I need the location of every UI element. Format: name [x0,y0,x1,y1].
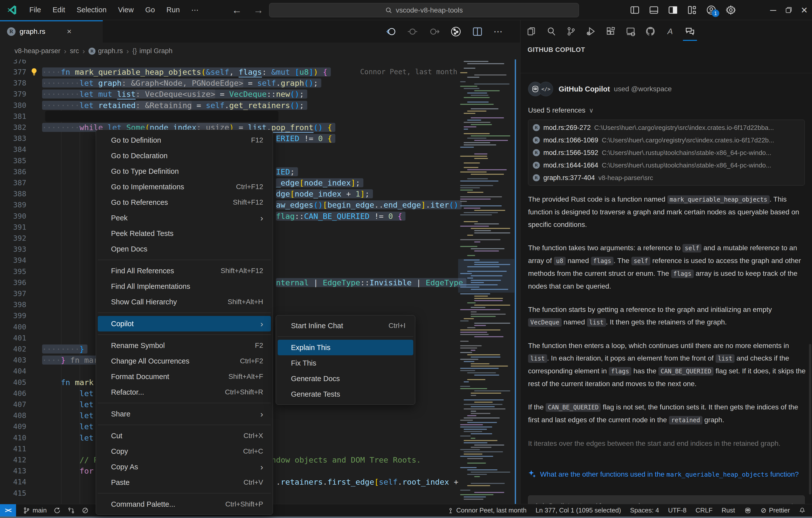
menu-item-explain-this[interactable]: Explain This [278,340,413,355]
code-line-381[interactable]: 381 [0,111,520,122]
next-change-icon[interactable] [429,26,439,37]
menubar-item-file[interactable]: File [24,3,47,17]
menubar-item-[interactable]: ⋯ [185,3,204,17]
nav-forward-arrow[interactable]: → [253,4,263,16]
menu-item-generate-tests[interactable]: Generate Tests [278,386,413,402]
code-line-376[interactable]: 376 [0,59,520,67]
status-prettier[interactable]: ⊘Prettier [761,506,790,515]
extensions-icon[interactable] [606,26,616,36]
tab-close-icon[interactable]: × [67,27,72,36]
menu-item-go-to-definition[interactable]: Go to DefinitionF12 [98,132,271,148]
status-connor-peet-last-month[interactable]: Connor Peet, last month [447,507,526,514]
tab-graph-rs[interactable]: R graph.rs × [0,20,103,43]
breadcrumb-item-v8-heap-parser[interactable]: v8-heap-parser [14,47,60,55]
explorer-icon[interactable] [526,26,536,36]
menu-item-go-to-references[interactable]: Go to ReferencesShift+F12 [98,195,271,210]
menu-item-go-to-declaration[interactable]: Go to Declaration [98,148,271,163]
breadcrumb-item-impl-graph[interactable]: {}impl Graph [132,47,172,55]
code-line-377[interactable]: 377····fn mark_queriable_heap_objects(&s… [0,66,520,78]
minimize-button[interactable]: ─ [765,0,781,20]
prev-change-icon[interactable] [407,26,418,37]
remote-explorer-icon[interactable] [626,26,636,36]
menu-item-find-all-implementations[interactable]: Find All Implementations [98,278,271,294]
menu-item-cut[interactable]: CutCtrl+X [98,428,271,443]
toggle-panel-icon[interactable] [649,5,659,15]
code-line-379[interactable]: 379········let mut list: VecDeque<usize>… [0,88,520,100]
minimap-slider[interactable] [458,259,514,293]
reference-item[interactable]: Rmod.rs:269-272C:\Users\huer\.cargo\regi… [528,121,805,134]
restore-button[interactable] [781,0,796,20]
close-window-icon[interactable]: × [796,0,812,20]
chat-input[interactable]: Ask Copilot or type / for commands ▷ [528,495,805,504]
menubar-item-go[interactable]: Go [139,3,161,17]
code-line-378[interactable]: 378········let graph: &Graph<Node, PGNod… [0,78,520,89]
account-icon[interactable]: 1 [706,5,716,15]
status-main[interactable]: main [23,507,47,514]
source-control-icon[interactable] [566,26,576,36]
menu-item-start-inline-chat[interactable]: Start Inline ChatCtrl+I [278,318,413,333]
status-bell[interactable] [799,507,806,514]
reference-item[interactable]: Rmod.rs:1644-1664C:\Users\huer\.rustup\t… [528,159,805,171]
run-icon[interactable] [451,26,461,37]
followup-suggestion[interactable]: What are the other functions used in the… [528,468,806,481]
status-sync[interactable] [54,507,61,514]
menu-item-copilot[interactable]: Copilot› [98,316,271,331]
menu-item-copy[interactable]: CopyCtrl+C [98,443,271,459]
command-center-search[interactable]: vscode-v8-heap-tools [269,3,579,17]
chat-icon[interactable] [685,26,695,36]
toggle-sidebar-icon[interactable] [630,5,640,15]
lightbulb-icon[interactable] [30,67,38,77]
github-icon[interactable] [645,26,655,36]
status-rust[interactable]: Rust [722,507,735,514]
menu-item-refactor[interactable]: Refactor...Ctrl+Shift+R [98,384,271,400]
menu-item-format-document[interactable]: Format DocumentShift+Alt+F [98,369,271,384]
menubar-item-edit[interactable]: Edit [47,3,71,17]
menu-item-command-palette[interactable]: Command Palette...Ctrl+Shift+P [98,496,271,512]
status-spaces-4[interactable]: Spaces: 4 [630,507,659,514]
used-references-toggle[interactable]: Used 5 references ∨ [528,106,594,114]
menu-item-fix-this[interactable]: Fix This [278,355,413,371]
split-editor-icon[interactable] [472,27,483,36]
customize-layout-icon[interactable] [687,5,697,15]
menu-item-generate-docs[interactable]: Generate Docs [278,371,413,386]
status-copilot[interactable] [744,507,752,514]
menubar-item-view[interactable]: View [112,3,139,17]
status-git-compare[interactable] [68,507,75,514]
menu-item-go-to-implementations[interactable]: Go to ImplementationsCtrl+F12 [98,179,271,195]
menu-item-go-to-type-definition[interactable]: Go to Type Definition [98,163,271,179]
remote-indicator[interactable]: >< [0,504,16,517]
nav-back-arrow[interactable]: ← [232,4,242,16]
status-ln-377-col-1-1095-selected[interactable]: Ln 377, Col 1 (1095 selected) [535,507,621,514]
menubar-item-selection[interactable]: Selection [71,3,112,17]
menu-item-open-docs[interactable]: Open Docs [98,241,271,257]
panel-scrollbar[interactable] [809,344,811,494]
breadcrumb-item-graph-rs[interactable]: Rgraph.rs [88,47,123,55]
status-circle-slash[interactable] [82,507,89,514]
more-actions-icon[interactable]: ⋯ [493,26,502,37]
nav-back-circle-icon[interactable] [386,26,396,37]
panel-resize-sash[interactable] [515,59,516,504]
breadcrumb-item-src[interactable]: src [70,47,79,55]
menu-item-rename-symbol[interactable]: Rename SymbolF2 [98,338,271,353]
menu-item-show-call-hierarchy[interactable]: Show Call HierarchyShift+Alt+H [98,294,271,310]
reference-item[interactable]: Rmod.rs:1566-1592C:\Users\huer\.rustup\t… [528,146,805,159]
settings-gear-icon[interactable] [726,5,736,15]
menubar-item-run[interactable]: Run [161,3,185,17]
send-icon[interactable]: ▷ [792,501,799,504]
reference-item[interactable]: Rgraph.rs:377-404v8-heap-parser\src [528,171,805,184]
status-crlf[interactable]: CRLF [695,507,713,514]
toggle-secondary-sidebar-icon[interactable] [668,5,678,15]
status-utf-8[interactable]: UTF-8 [668,507,687,514]
azure-icon[interactable]: A [665,26,675,36]
code-line-380[interactable]: 380········let retained: &Retaining = se… [0,100,520,111]
menu-item-find-all-references[interactable]: Find All ReferencesShift+Alt+F12 [98,263,271,278]
menu-item-peek[interactable]: Peek› [98,210,271,226]
reference-item[interactable]: Rmod.rs:1066-1069C:\Users\huer\.cargo\re… [528,134,805,146]
menu-item-paste[interactable]: PasteCtrl+V [98,474,271,490]
menu-item-change-all-occurrences[interactable]: Change All OccurrencesCtrl+F2 [98,353,271,369]
menu-item-copy-as[interactable]: Copy As› [98,459,271,474]
menu-item-share[interactable]: Share› [98,406,271,422]
menu-item-peek-related-tests[interactable]: Peek Related Tests [98,226,271,241]
search-icon[interactable] [546,26,556,36]
run-debug-icon[interactable] [586,26,596,36]
